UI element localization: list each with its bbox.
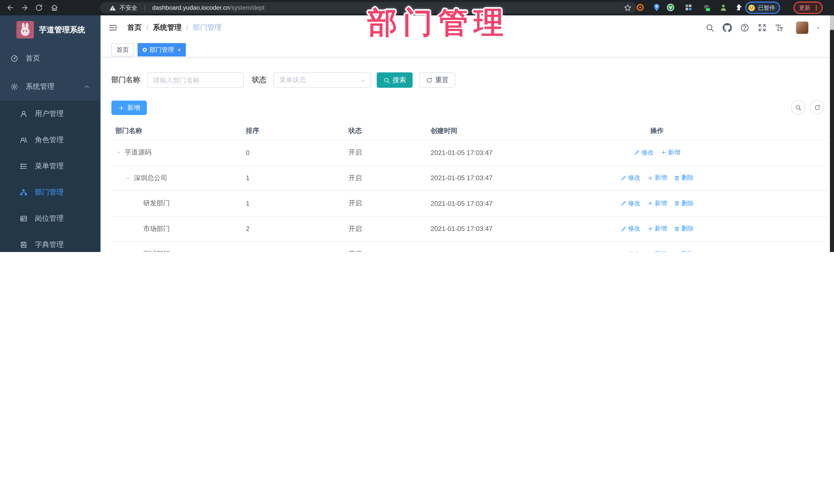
row-expand-caret-icon[interactable] bbox=[125, 175, 134, 181]
sidebar-item-3[interactable]: 角色管理 bbox=[0, 127, 100, 153]
table-row-1: 深圳总公司1开启2021-01-05 17:03:47修改新增删除 bbox=[111, 166, 827, 191]
puzzle-extension-icon[interactable] bbox=[734, 3, 743, 12]
not-secure-label[interactable]: 不安全 bbox=[119, 4, 137, 12]
hamburger-icon[interactable] bbox=[108, 23, 117, 32]
scrollbar-thumb[interactable] bbox=[830, 30, 834, 252]
action-trash-link[interactable]: 删除 bbox=[674, 174, 694, 182]
grid-extension-icon[interactable] bbox=[684, 3, 693, 12]
action-edit-link[interactable]: 修改 bbox=[620, 224, 640, 233]
reset-button[interactable]: 重置 bbox=[419, 72, 455, 88]
not-secure-warning-icon bbox=[109, 4, 116, 11]
gear-icon bbox=[10, 82, 19, 91]
sidebar-item-7[interactable]: 字典管理 bbox=[0, 232, 100, 252]
browser-update-button[interactable]: 更新 bbox=[793, 2, 823, 14]
pin-extension-icon[interactable] bbox=[652, 3, 661, 12]
sidebar-item-0[interactable]: 首页 bbox=[0, 44, 100, 72]
breadcrumb-item-2[interactable]: 部门管理 bbox=[193, 23, 222, 32]
app-logo-row[interactable]: 芋道管理系统 bbox=[0, 15, 100, 44]
tab-0[interactable]: 首页 bbox=[111, 43, 134, 57]
action-plus-link[interactable]: 新增 bbox=[647, 199, 667, 208]
breadcrumb-item-0[interactable]: 首页 bbox=[127, 23, 142, 32]
sidebar-item-1[interactable]: 系统管理 bbox=[0, 72, 100, 101]
action-plus-link[interactable]: 新增 bbox=[647, 250, 667, 252]
avatar-caret-down-icon[interactable] bbox=[815, 26, 821, 30]
browser-reload-icon[interactable] bbox=[34, 3, 44, 13]
sidebar-item-5[interactable]: 部门管理 bbox=[0, 179, 100, 205]
target-extension-icon[interactable] bbox=[636, 3, 644, 12]
sidebar-item-label: 系统管理 bbox=[26, 82, 54, 91]
search-button[interactable]: 搜索 bbox=[377, 72, 413, 88]
trash-icon bbox=[674, 200, 680, 206]
screen: 不安全 dashboard.yudao.iocoder.cn/system/de… bbox=[0, 0, 834, 252]
url-path: /system/dept bbox=[230, 4, 265, 11]
status-select[interactable]: 菜单状态 bbox=[273, 72, 371, 88]
tab-label: 部门管理 bbox=[149, 45, 174, 54]
action-edit-link[interactable]: 修改 bbox=[620, 250, 640, 252]
action-edit-link[interactable]: 修改 bbox=[620, 199, 640, 208]
row-actions: 修改新增 bbox=[554, 148, 760, 157]
person-extension-icon[interactable] bbox=[719, 3, 728, 12]
action-plus-link[interactable]: 新增 bbox=[660, 148, 680, 157]
app-logo-icon bbox=[17, 21, 34, 39]
svg-text:on: on bbox=[706, 8, 709, 11]
browser-forward-icon[interactable] bbox=[20, 3, 30, 13]
app-title: 芋道管理系统 bbox=[39, 25, 85, 35]
action-trash-link[interactable]: 删除 bbox=[674, 224, 694, 233]
refresh-circle-button[interactable] bbox=[810, 100, 824, 114]
add-button[interactable]: 新增 bbox=[111, 101, 147, 115]
trash-icon bbox=[674, 226, 680, 232]
action-trash-link[interactable]: 删除 bbox=[674, 250, 694, 252]
action-label: 修改 bbox=[628, 250, 640, 252]
search-button-icon bbox=[383, 77, 390, 83]
page-scrollbar[interactable] bbox=[830, 15, 834, 252]
plus-icon bbox=[647, 251, 653, 252]
sidebar-item-4[interactable]: 菜单管理 bbox=[0, 153, 100, 179]
font-size-icon[interactable] bbox=[774, 23, 784, 32]
browser-profile-button[interactable]: 已暂停 bbox=[745, 2, 780, 14]
sidebar-item-6[interactable]: 岗位管理 bbox=[0, 205, 100, 232]
url-text[interactable]: dashboard.yudao.iocoder.cn/system/dept bbox=[152, 4, 265, 11]
dept-created-time: 2021-01-05 17:03:47 bbox=[423, 174, 554, 182]
help-icon[interactable] bbox=[740, 23, 749, 32]
bookmark-star-icon[interactable] bbox=[623, 4, 632, 12]
edit-icon bbox=[620, 175, 627, 181]
github-icon[interactable] bbox=[723, 23, 732, 32]
table-row-0: 芋道源码0开启2021-01-05 17:03:47修改新增 bbox=[111, 140, 827, 166]
user-avatar[interactable] bbox=[796, 22, 808, 34]
dept-status: 开启 bbox=[341, 199, 423, 208]
browser-back-icon[interactable] bbox=[5, 3, 15, 13]
edit-icon bbox=[620, 251, 627, 252]
action-edit-link[interactable]: 修改 bbox=[620, 174, 640, 182]
profile-avatar-icon bbox=[748, 4, 755, 12]
breadcrumb: 首页/系统管理/部门管理 bbox=[127, 15, 222, 40]
green-check-extension-icon[interactable] bbox=[666, 3, 675, 12]
breadcrumb-item-1[interactable]: 系统管理 bbox=[153, 23, 182, 32]
browser-menu-kebab-icon[interactable] bbox=[813, 4, 820, 11]
row-expand-caret-icon[interactable] bbox=[115, 150, 125, 156]
dept-name-input[interactable] bbox=[147, 72, 244, 88]
action-trash-link[interactable]: 删除 bbox=[674, 199, 694, 208]
tab-1[interactable]: 部门管理× bbox=[137, 43, 186, 57]
action-label: 修改 bbox=[628, 174, 640, 182]
browser-home-icon[interactable] bbox=[49, 3, 60, 13]
action-plus-link[interactable]: 新增 bbox=[647, 224, 667, 233]
dept-sort: 0 bbox=[239, 149, 341, 156]
breadcrumb-separator: / bbox=[186, 24, 188, 32]
table-row-4: 测试部门3开启2021-01-05 17:03:47修改新增删除 bbox=[111, 242, 827, 252]
toggle-search-circle-button[interactable] bbox=[791, 100, 805, 114]
dept-status: 开启 bbox=[341, 174, 423, 183]
divider bbox=[145, 4, 145, 11]
table-row-2: 研发部门1开启2021-01-05 17:03:47修改新增删除 bbox=[111, 191, 827, 216]
action-edit-link[interactable]: 修改 bbox=[634, 148, 654, 157]
search-icon[interactable] bbox=[705, 23, 715, 32]
action-label: 修改 bbox=[628, 199, 640, 208]
edit-icon bbox=[634, 150, 640, 156]
dept-created-time: 2021-01-05 17:03:47 bbox=[423, 225, 554, 233]
tab-close-icon[interactable]: × bbox=[178, 47, 181, 52]
sidebar-item-2[interactable]: 用户管理 bbox=[0, 101, 100, 127]
list-on-extension-icon[interactable]: on bbox=[702, 3, 711, 12]
status-label: 状态 bbox=[252, 75, 266, 85]
action-plus-link[interactable]: 新增 bbox=[647, 174, 667, 182]
dept-created-time: 2021-01-05 17:03:47 bbox=[423, 250, 554, 252]
fullscreen-icon[interactable] bbox=[758, 23, 767, 32]
